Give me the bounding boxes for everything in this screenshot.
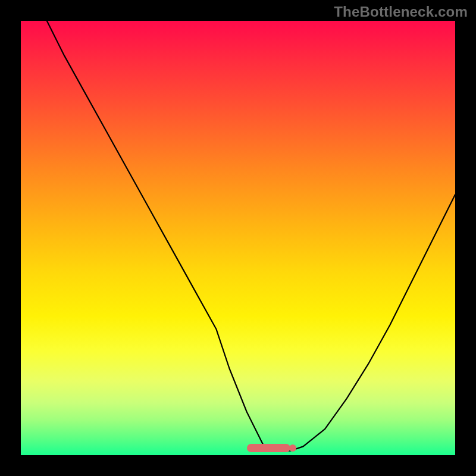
bottleneck-curve [21, 21, 455, 455]
plot-area [21, 21, 455, 455]
chart-frame: TheBottleneck.com [0, 0, 476, 476]
optimal-range-band [247, 444, 290, 452]
optimal-range-end-dot [289, 444, 296, 452]
attribution-label: TheBottleneck.com [334, 4, 468, 20]
